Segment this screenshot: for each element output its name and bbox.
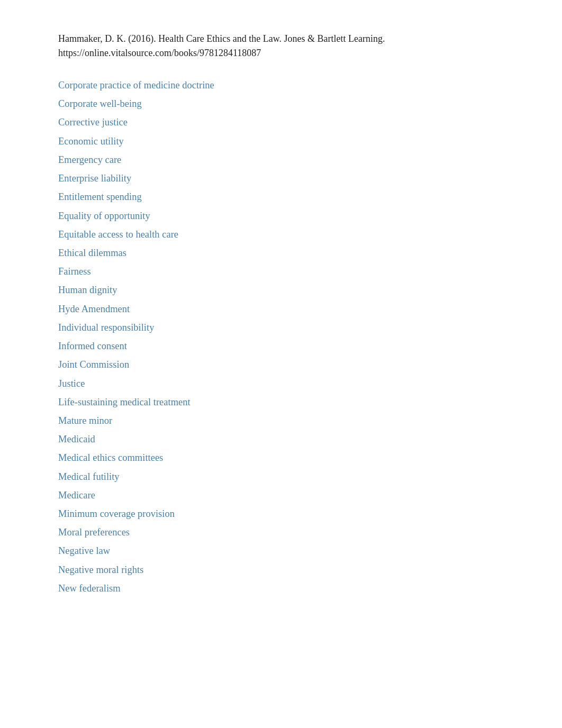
list-item: Entitlement spending [58, 188, 520, 206]
index-link[interactable]: Equitable access to health care [58, 225, 178, 243]
index-link[interactable]: Hyde Amendment [58, 300, 130, 318]
index-link[interactable]: Enterprise liability [58, 169, 131, 187]
index-link[interactable]: Ethical dilemmas [58, 244, 126, 262]
list-item: Negative moral rights [58, 561, 520, 579]
list-item: Hyde Amendment [58, 300, 520, 318]
citation-text: Hammaker, D. K. (2016). Health Care Ethi… [58, 33, 385, 44]
list-item: Individual responsibility [58, 319, 520, 336]
list-item: Life-sustaining medical treatment [58, 393, 520, 411]
reference-block: Hammaker, D. K. (2016). Health Care Ethi… [58, 32, 520, 60]
list-item: Medical ethics committees [58, 449, 520, 467]
list-item: Equitable access to health care [58, 225, 520, 243]
list-item: Equality of opportunity [58, 207, 520, 225]
index-link[interactable]: Justice [58, 375, 85, 393]
index-link[interactable]: Economic utility [58, 132, 124, 150]
list-item: Corporate practice of medicine doctrine [58, 76, 520, 94]
index-link[interactable]: Entitlement spending [58, 188, 142, 206]
list-item: Corporate well-being [58, 95, 520, 113]
list-item: Moral preferences [58, 523, 520, 541]
index-link[interactable]: Human dignity [58, 281, 117, 299]
index-link[interactable]: Medical ethics committees [58, 449, 163, 467]
list-item: Minimum coverage provision [58, 505, 520, 523]
list-item: Mature minor [58, 412, 520, 430]
list-item: Joint Commission [58, 356, 520, 374]
index-list: Corporate practice of medicine doctrineC… [58, 76, 520, 597]
list-item: Ethical dilemmas [58, 244, 520, 262]
index-link[interactable]: Corporate practice of medicine doctrine [58, 76, 214, 94]
list-item: Corrective justice [58, 113, 520, 131]
index-link[interactable]: Moral preferences [58, 523, 130, 541]
index-link[interactable]: Mature minor [58, 412, 112, 430]
list-item: Economic utility [58, 132, 520, 150]
list-item: Medicare [58, 486, 520, 504]
index-link[interactable]: Emergency care [58, 151, 121, 169]
index-link[interactable]: Negative law [58, 542, 110, 560]
reference-url: https://online.vitalsource.com/books/978… [58, 48, 261, 58]
list-item: Negative law [58, 542, 520, 560]
index-link[interactable]: Fairness [58, 262, 91, 280]
index-link[interactable]: Individual responsibility [58, 319, 154, 336]
index-link[interactable]: Corrective justice [58, 113, 128, 131]
list-item: Emergency care [58, 151, 520, 169]
list-item: Justice [58, 375, 520, 393]
list-item: Medical futility [58, 468, 520, 486]
list-item: Informed consent [58, 337, 520, 355]
index-link[interactable]: Corporate well-being [58, 95, 142, 113]
index-link[interactable]: Medicare [58, 486, 95, 504]
index-link[interactable]: Negative moral rights [58, 561, 143, 579]
index-link[interactable]: Informed consent [58, 337, 127, 355]
index-link[interactable]: Life-sustaining medical treatment [58, 393, 191, 411]
list-item: Human dignity [58, 281, 520, 299]
list-item: Enterprise liability [58, 169, 520, 187]
index-link[interactable]: Equality of opportunity [58, 207, 150, 225]
list-item: Fairness [58, 262, 520, 280]
index-link[interactable]: Joint Commission [58, 356, 129, 374]
list-item: New federalism [58, 579, 520, 597]
index-link[interactable]: Medical futility [58, 468, 120, 486]
index-link[interactable]: Medicaid [58, 430, 95, 448]
list-item: Medicaid [58, 430, 520, 448]
index-link[interactable]: Minimum coverage provision [58, 505, 175, 523]
index-link[interactable]: New federalism [58, 579, 121, 597]
